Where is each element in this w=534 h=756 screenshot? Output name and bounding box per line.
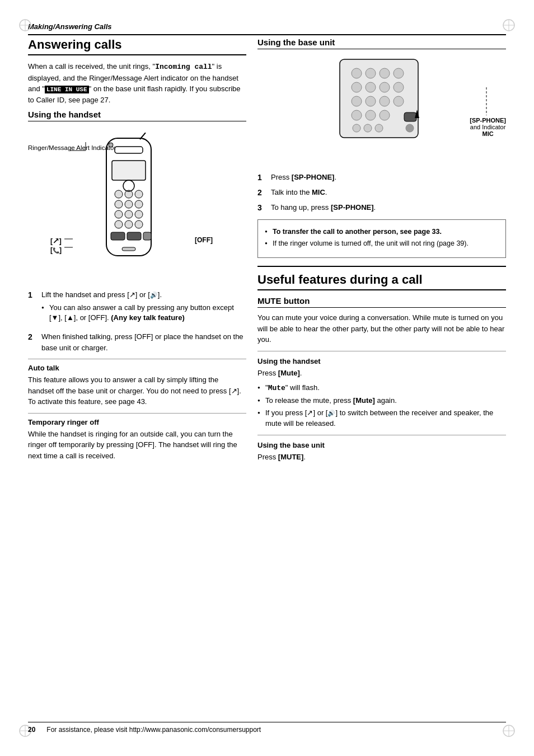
mute-base-divider: [257, 435, 506, 435]
svg-rect-29: [127, 232, 141, 240]
page-number: 20: [28, 726, 35, 734]
svg-point-19: [115, 200, 123, 208]
svg-point-21: [135, 200, 143, 208]
auto-talk-section: Auto talk This feature allows you to ans…: [28, 359, 246, 407]
handset-steps: 1 Lift the handset and press [↗] or [🔊].…: [28, 289, 246, 353]
incoming-call-text: Incoming call: [155, 63, 212, 71]
temp-ringer-heading: Temporary ringer off: [28, 418, 246, 426]
mute-base-press: Press [MUTE].: [257, 452, 506, 463]
svg-point-53: [380, 110, 390, 120]
left-column: Answering calls When a call is received,…: [28, 37, 246, 467]
features-divider: [257, 266, 506, 267]
sp-phone-sub: and Indicator: [470, 124, 506, 130]
svg-point-23: [125, 210, 133, 218]
info-bullets: To transfer the call to another person, …: [265, 227, 499, 248]
label-lines: [64, 233, 76, 250]
svg-point-25: [115, 220, 123, 228]
svg-point-42: [394, 68, 404, 78]
svg-point-32: [109, 143, 113, 147]
svg-point-22: [115, 210, 123, 218]
handset-diagram: Ringer/Message Alert Indicator: [28, 127, 218, 284]
mute-using-handset-label: Using the handset: [257, 357, 506, 365]
svg-point-57: [406, 124, 414, 132]
temp-ringer-section: Temporary ringer off While the handset i…: [28, 413, 246, 462]
svg-rect-33: [122, 247, 135, 251]
base-unit-steps: 1 Press [SP-PHONE]. 2 Talk into the MIC.…: [257, 172, 506, 214]
step-1: 1 Lift the handset and press [↗] or [🔊].…: [28, 289, 246, 328]
useful-features-section: Useful features during a call MUTE butto…: [257, 273, 506, 462]
base-unit-info-box: To transfer the call to another person, …: [257, 219, 506, 258]
svg-point-48: [366, 96, 376, 106]
svg-point-55: [364, 124, 372, 132]
svg-point-39: [352, 68, 362, 78]
answering-calls-heading: Answering calls: [28, 37, 246, 55]
svg-point-16: [115, 190, 123, 198]
line-in-use-badge: LINE IN USE: [45, 86, 89, 93]
sp-phone-label: [SP-PHONE]: [470, 117, 506, 124]
base-unit-svg: [329, 54, 435, 166]
svg-rect-15: [112, 161, 146, 180]
svg-point-27: [135, 220, 143, 228]
section-label: Making/Answering Calls: [28, 22, 112, 31]
sp-label: [📞]: [50, 246, 62, 254]
info-bullet-2: If the ringer volume is turned off, the …: [265, 238, 499, 248]
base-step-2: 2 Talk into the MIC.: [257, 187, 506, 199]
svg-rect-58: [404, 112, 416, 121]
mute-button-text: You can mute your voice during a convers…: [257, 312, 506, 345]
info-bullet-1: To transfer the call to another person, …: [265, 227, 499, 237]
useful-features-heading: Useful features during a call: [257, 273, 506, 290]
svg-point-49: [380, 96, 390, 106]
page-footer: 20 For assistance, please visit http://w…: [28, 722, 506, 734]
mute-bullet-2: To release the mute, press [Mute] again.: [257, 396, 506, 406]
base-step-1: 1 Press [SP-PHONE].: [257, 172, 506, 184]
svg-point-18: [135, 190, 143, 198]
svg-rect-30: [143, 232, 151, 240]
corner-mark-tr: [500, 17, 517, 34]
mute-divider: [257, 351, 506, 351]
svg-point-47: [352, 96, 362, 106]
svg-point-45: [380, 82, 390, 92]
base-unit-diagram: [SP-PHONE] and Indicator MIC: [257, 54, 506, 167]
sp-phone-label-area: [SP-PHONE] and Indicator MIC: [470, 87, 506, 137]
mute-handset-bullets: "Mute" will flash. To release the mute, …: [257, 383, 506, 429]
handset-svg: [84, 133, 174, 280]
using-base-unit-heading: Using the base unit: [257, 37, 506, 49]
mute-using-base-label: Using the base unit: [257, 441, 506, 449]
base-step-3: 3 To hang up, press [SP-PHONE].: [257, 202, 506, 214]
svg-point-52: [366, 110, 376, 120]
answering-calls-intro: When a call is received, the unit rings,…: [28, 61, 246, 105]
svg-point-46: [394, 82, 404, 92]
mute-bullet-1: "Mute" will flash.: [257, 383, 506, 394]
page-header: Making/Answering Calls: [28, 22, 506, 31]
step-2: 2 When finished talking, press [OFF] or …: [28, 331, 246, 353]
svg-point-24: [135, 210, 143, 218]
step1-bullet1: You can also answer a call by pressing a…: [41, 303, 246, 324]
svg-point-56: [375, 124, 383, 132]
footer-text: For assistance, please visit http://www.…: [46, 726, 261, 734]
svg-point-43: [352, 82, 362, 92]
auto-talk-heading: Auto talk: [28, 364, 246, 372]
svg-rect-28: [111, 232, 125, 240]
svg-point-31: [123, 180, 134, 191]
using-handset-heading: Using the handset: [28, 110, 246, 121]
svg-point-51: [352, 110, 362, 120]
off-label: [OFF]: [195, 236, 213, 244]
svg-point-54: [353, 124, 360, 132]
step1-bullets: You can also answer a call by pressing a…: [41, 303, 246, 324]
corner-mark-tl: [17, 17, 34, 34]
svg-point-44: [366, 82, 376, 92]
mute-bullet-3: If you press [↗] or [🔊] to switch betwee…: [257, 408, 506, 429]
main-content: Answering calls When a call is received,…: [28, 37, 506, 467]
svg-point-41: [380, 68, 390, 78]
header-rule: [28, 34, 506, 35]
mute-button-heading: MUTE button: [257, 296, 506, 308]
right-column: Using the base unit: [257, 37, 506, 467]
svg-point-50: [394, 96, 404, 106]
ringer-line: [70, 139, 90, 162]
svg-point-40: [366, 68, 376, 78]
svg-rect-14: [115, 147, 143, 153]
auto-talk-text: This feature allows you to answer a call…: [28, 374, 246, 407]
hook-label: [↗]: [50, 236, 62, 246]
svg-point-26: [125, 220, 133, 228]
temp-ringer-text: While the handset is ringing for an outs…: [28, 429, 246, 462]
